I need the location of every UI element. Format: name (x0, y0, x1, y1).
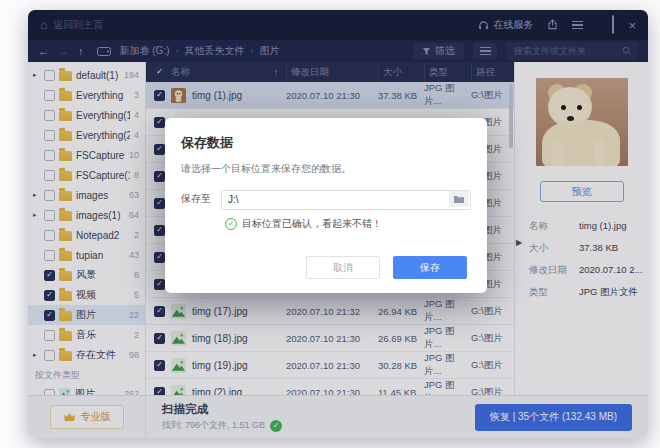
cancel-button[interactable]: 取消 (306, 256, 380, 279)
desktop-background: ⌂ 返回到主页 在线服务 (0, 0, 660, 448)
save-data-dialog: 保存数据 请选择一个目标位置来保存您的数据。 保存至 目标位置已确认，看起来不错… (165, 118, 487, 293)
save-to-row: 保存至 (181, 189, 471, 209)
confirm-check-icon (225, 218, 237, 230)
save-button[interactable]: 保存 (393, 256, 467, 279)
app-window: ⌂ 返回到主页 在线服务 (28, 10, 648, 438)
save-path-input[interactable] (221, 190, 471, 210)
save-path-field (221, 189, 471, 209)
confirm-text: 目标位置已确认，看起来不错！ (242, 217, 382, 231)
dialog-title: 保存数据 (181, 134, 471, 152)
dialog-buttons: 取消 保存 (306, 256, 467, 279)
dialog-description: 请选择一个目标位置来保存您的数据。 (181, 162, 471, 176)
target-confirmed-message: 目标位置已确认，看起来不错！ (225, 217, 471, 231)
browse-folder-button[interactable] (449, 191, 469, 207)
browse-folder-icon (454, 195, 464, 203)
save-to-label: 保存至 (181, 192, 211, 206)
